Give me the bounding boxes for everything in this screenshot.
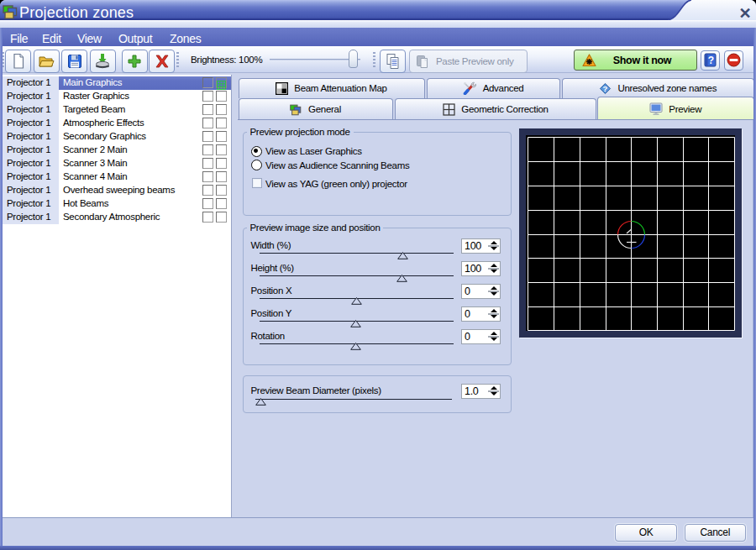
svg-text:?: ?	[708, 55, 714, 66]
svg-text:?: ?	[603, 84, 608, 93]
